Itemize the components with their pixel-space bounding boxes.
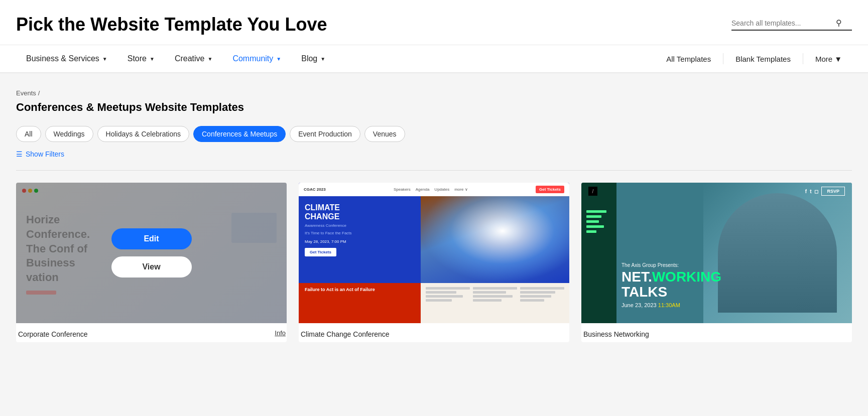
breadcrumb: Events / [16,89,852,97]
nav-label-community: Community [232,54,273,63]
filter-tab-all[interactable]: All [16,126,41,142]
section-title: Conferences & Meetups Website Templates [16,101,852,114]
nav-blank-templates[interactable]: Blank Templates [725,46,801,72]
search-area[interactable]: ⚲ [731,18,852,31]
template-info-row-networking: Business Networking [581,323,852,342]
net-title-white: NET. [622,269,652,285]
event-date: June 23, 2023 11:30AM [622,302,842,308]
template-name-corporate: Corporate Conference [17,325,89,340]
presents-text: The Axis Group Presents: [622,262,842,268]
edit-button[interactable]: Edit [111,228,192,249]
nav-label-business: Business & Services [26,54,99,63]
climate-logo: CGAC 2023 [304,187,326,192]
event-time: 11:30AM [658,302,680,308]
menu-line-2 [586,215,601,218]
menu-line-4 [586,225,604,228]
main-content: Events / Conferences & Meetups Website T… [0,73,868,358]
nav-right: All Templates Blank Templates More ▼ [656,46,852,72]
nav-left: Business & Services ▼ Store ▼ Creative ▼… [16,45,335,72]
template-overlay-corporate: Edit View [16,183,287,323]
menu-line-1 [586,210,606,213]
net-title-green: WORKING [652,269,721,285]
rsvp-button: RSVP [821,187,845,196]
chevron-down-icon: ▼ [102,56,107,62]
search-input[interactable] [731,19,832,27]
template-name-climate: Climate Change Conference [300,325,391,340]
page-header: Pick the Website Template You Love ⚲ [0,0,868,45]
filter-tab-weddings[interactable]: Weddings [45,126,93,142]
template-card-corporate[interactable]: HorizeConference.The Conf ofBusinessvati… [16,183,287,342]
nav-item-community[interactable]: Community ▼ [222,45,291,72]
nav-item-business-services[interactable]: Business & Services ▼ [16,45,117,72]
breadcrumb-parent[interactable]: Events [16,89,36,97]
side-menu [581,183,616,323]
filter-tab-holidays[interactable]: Holidays & Celebrations [97,126,189,142]
template-info-row: Corporate Conference Info [16,323,287,342]
nav-bar: Business & Services ▼ Store ▼ Creative ▼… [0,45,868,73]
filter-tab-venues[interactable]: Venues [364,126,405,142]
networking-content: The Axis Group Presents: NET.WORKING TAL… [622,262,842,308]
nav-divider [723,53,723,64]
chevron-down-icon: ▼ [276,56,281,62]
menu-line-3 [586,220,599,223]
template-card-networking[interactable]: / f t ◻ RSVP [581,183,852,342]
edit-button[interactable]: Edit [394,228,474,249]
talks-line: TALKS [622,284,842,300]
chevron-down-icon: ▼ [320,56,325,62]
climate-nav: CGAC 2023 Speakers Agenda Updates more ∨… [299,183,569,196]
view-button[interactable]: View [111,256,192,278]
filter-tabs: All Weddings Holidays & Celebrations Con… [16,126,852,142]
chevron-down-icon: ▼ [207,56,212,62]
filter-tab-conferences[interactable]: Conferences & Meetups [193,126,286,142]
show-filters-row: ☰ Show Filters [16,150,852,171]
breadcrumb-separator: / [38,89,40,97]
twitter-icon: t [810,189,811,194]
nav-more[interactable]: More ▼ [805,46,852,72]
nav-item-blog[interactable]: Blog ▼ [291,45,335,72]
info-link-corporate[interactable]: Info [275,329,286,337]
template-card-climate[interactable]: CGAC 2023 Speakers Agenda Updates more ∨… [299,183,569,342]
facebook-icon: f [805,189,807,194]
page-title: Pick the Website Template You Love [16,14,327,35]
get-tickets-nav-btn: Get Tickets [536,186,564,193]
net-nav: / f t ◻ RSVP [581,183,852,200]
show-filters-button[interactable]: ☰ Show Filters [16,150,64,158]
nav-label-blog: Blog [301,54,317,63]
template-info-row-climate: Climate Change Conference [299,323,569,342]
chevron-down-icon: ▼ [834,55,842,63]
nav-item-creative[interactable]: Creative ▼ [165,45,222,72]
template-thumbnail-networking: / f t ◻ RSVP [581,183,852,323]
nav-divider-2 [803,53,803,64]
template-thumbnail-corporate: HorizeConference.The Conf ofBusinessvati… [16,183,287,323]
nav-label-store: Store [128,54,147,63]
nav-label-creative: Creative [175,54,205,63]
net-title: NET.WORKING [622,270,842,284]
filter-icon: ☰ [16,150,23,158]
filter-tab-event-production[interactable]: Event Production [290,126,360,142]
social-icons: f t ◻ RSVP [805,187,845,196]
template-thumbnail-climate: CGAC 2023 Speakers Agenda Updates more ∨… [299,183,569,323]
template-name-networking: Business Networking [582,325,650,340]
nav-item-store[interactable]: Store ▼ [117,45,165,72]
search-icon: ⚲ [836,18,842,28]
instagram-icon: ◻ [814,189,818,194]
chevron-down-icon: ▼ [150,56,155,62]
menu-line-5 [586,230,596,233]
nav-all-templates[interactable]: All Templates [656,46,721,72]
template-grid: HorizeConference.The Conf ofBusinessvati… [16,183,852,358]
view-button[interactable]: View [394,256,474,278]
slash-icon: / [588,187,597,196]
